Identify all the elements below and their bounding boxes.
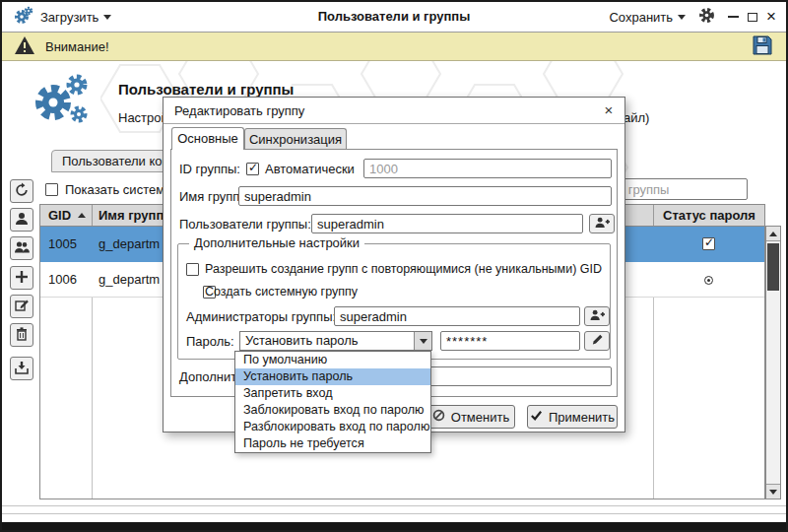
window-frame-bottom bbox=[2, 522, 786, 530]
dropdown-option[interactable]: Разблокировать вход по паролю bbox=[235, 419, 430, 435]
add-group-button[interactable] bbox=[10, 266, 33, 290]
triangle-up-icon bbox=[769, 232, 777, 236]
password-mode-value: Установить пароль bbox=[245, 332, 359, 350]
pencil-icon bbox=[591, 333, 604, 349]
refresh-icon bbox=[14, 182, 30, 201]
dropdown-option-selected[interactable]: Установить пароль bbox=[235, 368, 430, 385]
chevron-down-icon bbox=[678, 15, 686, 20]
cancel-button-label: Отменить bbox=[451, 410, 509, 425]
password-input[interactable] bbox=[440, 331, 580, 351]
group-users-label: Пользователи группы: bbox=[179, 215, 311, 234]
dropdown-option[interactable]: Пароль не требуется bbox=[235, 435, 430, 452]
group-id-label: ID группы: bbox=[179, 160, 240, 179]
titlebar: Загрузить Пользователи и группы Сохранит… bbox=[2, 2, 786, 33]
plus-icon bbox=[14, 269, 30, 288]
triangle-down-icon bbox=[769, 490, 777, 495]
column-header-password-status[interactable]: Статус пароля bbox=[653, 205, 765, 227]
add-users-button[interactable] bbox=[589, 214, 615, 233]
group-name-input[interactable] bbox=[238, 186, 612, 206]
maximize-button[interactable] bbox=[748, 13, 757, 22]
users-group-icon bbox=[14, 239, 30, 258]
save-button[interactable]: Сохранить bbox=[609, 10, 686, 25]
additional-settings-legend: Дополнительные настройки bbox=[189, 235, 364, 250]
table-scrollbar[interactable] bbox=[765, 226, 781, 499]
app-window: Загрузить Пользователи и группы Сохранит… bbox=[0, 0, 788, 532]
scroll-down-button[interactable] bbox=[766, 484, 780, 499]
download-icon bbox=[14, 360, 30, 378]
group-users-input[interactable] bbox=[311, 214, 583, 233]
status-divider bbox=[2, 505, 786, 506]
page-title: Пользователи и группы bbox=[118, 81, 294, 98]
system-group-label: Создать системную группу bbox=[205, 284, 358, 300]
app-logo-gears-icon bbox=[28, 69, 91, 131]
group-admins-input[interactable] bbox=[334, 306, 580, 326]
warning-message: Внимание! bbox=[45, 39, 109, 54]
scroll-up-button[interactable] bbox=[766, 227, 780, 241]
check-icon bbox=[530, 409, 543, 425]
cell-gid: 1006 bbox=[48, 262, 77, 298]
dropdown-option[interactable]: Заблокировать вход по паролю bbox=[235, 402, 430, 419]
combo-arrow-button[interactable] bbox=[414, 332, 431, 350]
sort-asc-icon bbox=[78, 213, 86, 218]
warning-icon bbox=[14, 35, 35, 58]
cancel-button[interactable]: Отменить bbox=[427, 405, 515, 429]
tab-sync[interactable]: Синхронизация bbox=[244, 128, 347, 150]
dialog-title: Редактировать группу bbox=[164, 98, 624, 124]
person-plus-icon bbox=[593, 216, 611, 232]
warning-bar: Внимание! bbox=[2, 33, 786, 61]
groups-button[interactable] bbox=[10, 236, 33, 260]
cell-group-name: g_departm bbox=[98, 227, 160, 262]
save-button-label: Сохранить bbox=[609, 10, 673, 25]
additional-settings-group: Дополнительные настройки Разрешить созда… bbox=[177, 243, 611, 360]
allow-duplicate-gid-checkbox[interactable] bbox=[186, 263, 199, 276]
triangle-down-icon bbox=[420, 339, 427, 344]
apply-button-label: Применить bbox=[549, 410, 615, 425]
edit-group-button[interactable] bbox=[10, 295, 33, 318]
dropdown-option[interactable]: По умолчанию bbox=[235, 352, 430, 368]
trash-icon bbox=[14, 326, 30, 345]
checkbox-box[interactable] bbox=[45, 183, 58, 196]
dialog-close-button[interactable]: × bbox=[599, 101, 619, 120]
auto-id-checkbox[interactable] bbox=[246, 163, 259, 175]
allow-duplicate-gid-label: Разрешить создание групп с повторяющимис… bbox=[205, 261, 602, 278]
group-id-input[interactable] bbox=[363, 159, 612, 178]
scrollbar-thumb[interactable] bbox=[767, 243, 779, 291]
minimize-button[interactable] bbox=[728, 16, 739, 18]
cancel-icon bbox=[432, 409, 445, 425]
dropdown-option[interactable]: Запретить вход bbox=[235, 385, 430, 402]
tab-general[interactable]: Основные bbox=[171, 127, 244, 150]
delete-group-button[interactable] bbox=[10, 323, 33, 347]
export-button[interactable] bbox=[10, 357, 33, 380]
settings-button[interactable] bbox=[698, 7, 715, 27]
cell-group-name: g_departm bbox=[98, 262, 160, 298]
auto-id-label: Автоматически bbox=[265, 160, 355, 179]
password-mode-combobox[interactable]: Установить пароль bbox=[239, 331, 432, 351]
user-icon bbox=[14, 211, 30, 230]
save-file-button[interactable] bbox=[751, 33, 774, 60]
close-button[interactable]: × bbox=[766, 10, 776, 24]
password-label: Пароль: bbox=[186, 332, 234, 352]
person-plus-icon bbox=[588, 308, 606, 324]
column-header-gid[interactable]: GID bbox=[48, 205, 71, 227]
edit-icon bbox=[14, 298, 30, 316]
group-admins-label: Администраторы группы: bbox=[186, 307, 336, 327]
edit-password-button[interactable] bbox=[584, 331, 610, 351]
status-divider bbox=[2, 513, 786, 514]
refresh-button[interactable] bbox=[10, 179, 33, 203]
add-admins-button[interactable] bbox=[584, 306, 610, 326]
password-status-checkbox[interactable] bbox=[702, 237, 715, 250]
user-account-button[interactable] bbox=[10, 208, 33, 232]
cell-gid: 1005 bbox=[48, 227, 77, 262]
password-mode-dropdown: По умолчанию Установить пароль Запретить… bbox=[234, 351, 431, 453]
apply-button[interactable]: Применить bbox=[527, 405, 618, 429]
password-status-dot bbox=[704, 276, 713, 285]
